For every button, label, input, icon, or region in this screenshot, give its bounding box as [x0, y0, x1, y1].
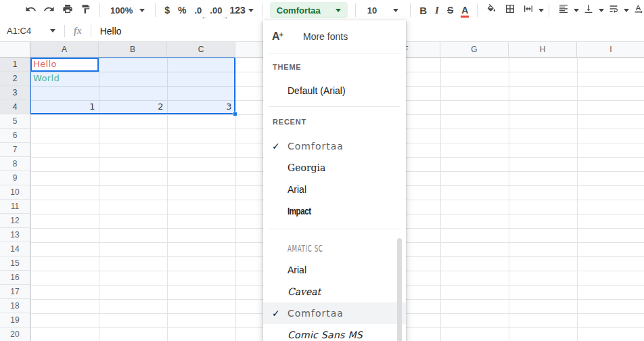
- column-header-I[interactable]: I: [577, 42, 644, 58]
- cell-B4[interactable]: 2: [99, 100, 167, 114]
- cell-A2[interactable]: World: [30, 72, 99, 86]
- format-percent-button[interactable]: %: [174, 2, 190, 18]
- chevron-down-icon: [599, 9, 604, 12]
- format-currency-button[interactable]: $: [160, 2, 174, 18]
- chevron-down-icon: [538, 9, 544, 12]
- zoom-select[interactable]: 100%: [105, 2, 150, 18]
- row-header-18[interactable]: 18: [0, 299, 30, 313]
- column-header-G[interactable]: G: [440, 42, 509, 58]
- increase-decimal-button[interactable]: .00 →: [206, 2, 226, 18]
- cell-C4[interactable]: 3: [167, 100, 235, 114]
- fill-handle[interactable]: [233, 112, 237, 116]
- row-header-10[interactable]: 10: [0, 185, 30, 200]
- text-wrap-icon: [608, 3, 619, 17]
- horizontal-align-button[interactable]: [554, 2, 572, 18]
- font-size-value: 10: [367, 5, 377, 16]
- fill-color-button[interactable]: [482, 2, 501, 18]
- print-button[interactable]: [58, 2, 76, 18]
- row-header-13[interactable]: 13: [0, 228, 30, 242]
- chevron-down-icon: [50, 29, 55, 32]
- paint-format-button[interactable]: [76, 2, 95, 18]
- row-header-8[interactable]: 8: [0, 157, 30, 171]
- column-header-H[interactable]: H: [509, 42, 577, 58]
- chevron-down-icon: [336, 9, 341, 12]
- undo-button[interactable]: [22, 2, 40, 18]
- font-menu-item-comic-sans-ms[interactable]: Comic Sans MS: [263, 324, 406, 341]
- font-select[interactable]: Comfortaa: [270, 2, 348, 18]
- font-menu-item-label: Arial: [288, 184, 306, 195]
- row-header-11[interactable]: 11: [0, 200, 30, 214]
- toolbar-separator: [549, 3, 549, 17]
- chevron-down-icon: [393, 9, 398, 12]
- merge-cells-icon: [523, 3, 534, 17]
- font-menu-item-label: Caveat: [288, 286, 321, 297]
- number-format-button[interactable]: 123: [226, 2, 256, 18]
- vertical-align-icon: [583, 3, 594, 17]
- font-menu-item-impact[interactable]: Impact: [263, 200, 406, 222]
- borders-button[interactable]: [501, 2, 519, 18]
- toolbar-separator: [155, 3, 156, 17]
- font-menu-item-comfortaa[interactable]: ✓Comfortaa: [263, 302, 406, 324]
- decrease-decimal-button[interactable]: .0 ←: [191, 2, 206, 18]
- font-menu-item-arial[interactable]: Arial: [263, 179, 406, 200]
- row-header-6[interactable]: 6: [0, 129, 30, 143]
- row-header-16[interactable]: 16: [0, 271, 30, 285]
- font-dropdown-menu: A+ More fonts THEME Default (Arial) RECE…: [263, 20, 406, 341]
- column-header-C[interactable]: C: [167, 42, 235, 58]
- row-header-19[interactable]: 19: [0, 313, 30, 327]
- text-wrap-button[interactable]: [604, 2, 622, 18]
- strikethrough-button[interactable]: S: [443, 2, 457, 18]
- name-box[interactable]: A1:C4: [0, 26, 60, 36]
- chevron-down-icon: [248, 9, 254, 12]
- select-all-corner[interactable]: [0, 42, 30, 58]
- bold-button[interactable]: B: [415, 2, 431, 18]
- row-header-12[interactable]: 12: [0, 214, 30, 228]
- row-header-9[interactable]: 9: [0, 171, 30, 185]
- font-menu-item-default-arial[interactable]: Default (Arial): [263, 79, 406, 102]
- text-color-label: A: [461, 5, 468, 16]
- row-header-1[interactable]: 1: [0, 58, 30, 72]
- row-header-4[interactable]: 4: [0, 100, 30, 114]
- formula-bar-separator: [91, 25, 91, 37]
- cell-A4[interactable]: 1: [30, 100, 99, 114]
- text-color-button[interactable]: A: [457, 2, 472, 18]
- name-box-value: A1:C4: [7, 26, 31, 36]
- font-menu-item-label: Comic Sans MS: [288, 329, 363, 340]
- vertical-align-button[interactable]: [579, 2, 597, 18]
- font-size-select[interactable]: 10: [361, 2, 405, 18]
- text-rotation-button[interactable]: [629, 2, 644, 18]
- font-menu-item-amatic-sc[interactable]: Amatic SC: [263, 237, 406, 259]
- font-menu-item-label: Georgia: [288, 162, 325, 173]
- more-fonts-item[interactable]: A+ More fonts: [263, 20, 406, 53]
- font-menu-item-arial[interactable]: Arial: [263, 259, 406, 281]
- toolbar-separator: [410, 3, 411, 17]
- font-menu-item-caveat[interactable]: Caveat: [263, 281, 406, 302]
- row-header-2[interactable]: 2: [0, 72, 30, 86]
- cell-A1[interactable]: Hello: [30, 58, 99, 72]
- text-color-indicator: [461, 16, 469, 18]
- row-header-14[interactable]: 14: [0, 242, 30, 256]
- font-menu-item-comfortaa[interactable]: ✓Comfortaa: [263, 135, 406, 157]
- menu-scrollbar[interactable]: [397, 238, 402, 341]
- row-header-7[interactable]: 7: [0, 143, 30, 157]
- row-header-5[interactable]: 5: [0, 114, 30, 129]
- menu-divider: [269, 106, 400, 107]
- redo-button[interactable]: [40, 2, 58, 18]
- arrow-right-icon: →: [221, 13, 228, 20]
- redo-icon: [43, 3, 55, 18]
- row-header-17[interactable]: 17: [0, 285, 30, 299]
- row-header-15[interactable]: 15: [0, 256, 30, 271]
- font-menu-item-label: Comfortaa: [288, 308, 344, 319]
- toolbar: 100% $ % .0 ← .00 → 123 Comfortaa 10 B: [0, 0, 644, 20]
- column-header-B[interactable]: B: [99, 42, 167, 58]
- column-header-A[interactable]: A: [30, 42, 99, 58]
- merge-cells-button[interactable]: [519, 2, 537, 18]
- recent-fonts-list: ✓ComfortaaGeorgiaArialImpact: [263, 135, 406, 222]
- formula-input[interactable]: Hello: [96, 26, 122, 37]
- italic-button[interactable]: I: [431, 2, 443, 18]
- row-header-3[interactable]: 3: [0, 86, 30, 100]
- font-menu-item-georgia[interactable]: Georgia: [263, 157, 406, 179]
- row-header-20[interactable]: 20: [0, 327, 30, 341]
- checkmark-icon: ✓: [272, 308, 280, 319]
- toolbar-separator: [355, 3, 356, 17]
